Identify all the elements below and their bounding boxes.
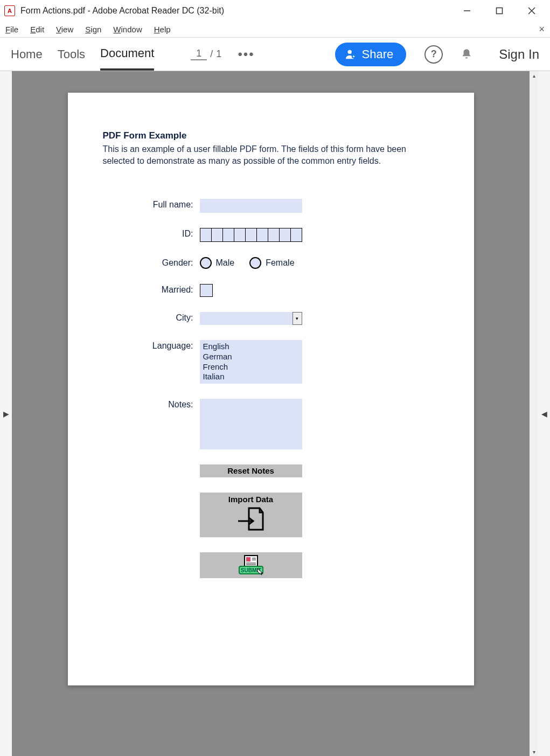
acrobat-icon: A	[4, 5, 15, 16]
import-label: Import Data	[200, 495, 302, 504]
label-married: Married:	[103, 284, 200, 295]
svg-rect-10	[246, 557, 250, 561]
sign-in-button[interactable]: Sign In	[499, 47, 539, 62]
minimize-button[interactable]	[451, 0, 483, 22]
scroll-down-icon[interactable]: ▾	[530, 747, 538, 756]
radio-icon	[249, 257, 261, 269]
label-language: Language:	[103, 340, 200, 351]
left-panel-toggle[interactable]: ▶	[0, 71, 12, 756]
label-city: City:	[103, 312, 200, 323]
radio-male[interactable]: Male	[200, 257, 235, 269]
menu-file[interactable]: File	[5, 25, 18, 34]
language-option[interactable]: English	[203, 342, 299, 352]
more-menu-button[interactable]: •••	[238, 47, 254, 62]
total-pages: 1	[216, 48, 221, 60]
married-checkbox[interactable]	[200, 284, 213, 297]
menu-window[interactable]: Window	[113, 25, 142, 34]
page-separator: /	[210, 48, 213, 60]
submit-icon: SUBMIT	[236, 554, 266, 576]
titlebar: A Form Actions.pdf - Adobe Acrobat Reade…	[0, 0, 550, 22]
right-panel-toggle[interactable]: ◀	[538, 71, 550, 756]
window-title: Form Actions.pdf - Adobe Acrobat Reader …	[20, 6, 224, 16]
menu-view[interactable]: View	[56, 25, 73, 34]
maximize-button[interactable]	[483, 0, 516, 22]
page-indicator: 1 / 1	[191, 48, 221, 60]
radio-female-label: Female	[266, 258, 294, 268]
share-person-icon	[345, 48, 357, 60]
svg-rect-1	[497, 8, 503, 14]
language-option[interactable]: German	[203, 352, 299, 362]
share-label: Share	[362, 47, 394, 61]
import-file-icon	[236, 506, 266, 532]
form-description: This is an example of a user fillable PD…	[103, 143, 439, 167]
notes-textarea[interactable]	[200, 399, 302, 449]
language-option[interactable]: Italian	[203, 372, 299, 382]
label-id: ID:	[103, 228, 200, 239]
tab-home[interactable]: Home	[11, 38, 43, 71]
close-tab-button[interactable]: ×	[539, 24, 545, 35]
tab-document[interactable]: Document	[100, 38, 154, 71]
submit-button[interactable]: SUBMIT	[200, 552, 302, 578]
current-page-input[interactable]: 1	[191, 48, 207, 60]
menu-help[interactable]: Help	[154, 25, 171, 34]
label-fullname: Full name:	[103, 199, 200, 210]
pdf-page: PDF Form Example This is an example of a…	[68, 93, 474, 685]
form-title: PDF Form Example	[103, 130, 439, 141]
label-gender: Gender:	[103, 257, 200, 268]
language-listbox[interactable]: English German French Italian	[200, 340, 302, 384]
id-input[interactable]	[200, 228, 302, 242]
content-area: ▶ PDF Form Example This is an example of…	[0, 71, 550, 756]
svg-point-4	[347, 50, 351, 53]
language-option[interactable]: French	[203, 362, 299, 372]
city-dropdown[interactable]: ▾	[200, 312, 302, 325]
chevron-down-icon: ▾	[293, 312, 302, 325]
menubar: File Edit View Sign Window Help ×	[0, 22, 550, 38]
share-button[interactable]: Share	[335, 43, 407, 66]
menu-edit[interactable]: Edit	[30, 25, 44, 34]
document-viewer[interactable]: PDF Form Example This is an example of a…	[12, 71, 530, 756]
fullname-input[interactable]	[200, 199, 302, 213]
radio-icon	[200, 257, 212, 269]
reset-notes-button[interactable]: Reset Notes	[200, 464, 302, 477]
import-data-button[interactable]: Import Data	[200, 493, 302, 537]
vertical-scrollbar[interactable]: ▴ ▾	[530, 71, 538, 756]
radio-male-label: Male	[216, 258, 235, 268]
menu-sign[interactable]: Sign	[85, 25, 101, 34]
close-button[interactable]	[516, 0, 548, 22]
bell-icon	[460, 47, 474, 61]
toolbar: Home Tools Document 1 / 1 ••• Share ? Si…	[0, 38, 550, 71]
help-button[interactable]: ?	[424, 45, 443, 64]
tab-tools[interactable]: Tools	[58, 38, 85, 71]
scroll-up-icon[interactable]: ▴	[530, 71, 538, 80]
radio-female[interactable]: Female	[249, 257, 294, 269]
notifications-button[interactable]	[458, 46, 475, 63]
label-notes: Notes:	[103, 399, 200, 410]
